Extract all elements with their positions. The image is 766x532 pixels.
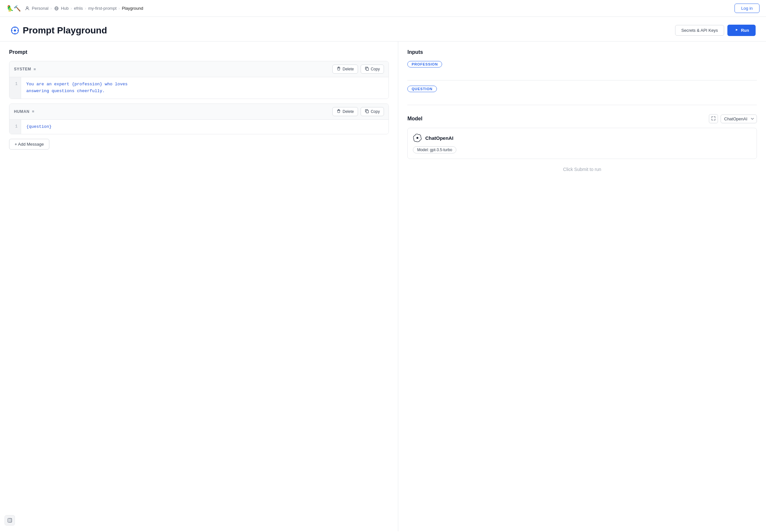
copy-icon — [365, 67, 369, 72]
inputs-section: Inputs PROFESSION QUESTION — [407, 49, 757, 105]
system-delete-button[interactable]: Delete — [332, 65, 358, 74]
breadcrumb-personal[interactable]: Personal — [25, 6, 48, 11]
page-title-area: Prompt Playground — [10, 25, 107, 36]
system-copy-button[interactable]: Copy — [360, 65, 384, 74]
login-button[interactable]: Log in — [735, 4, 760, 13]
system-message-actions: Delete Copy — [332, 65, 384, 74]
playground-icon — [10, 26, 19, 35]
sort-icon — [34, 68, 36, 70]
add-message-button[interactable]: + Add Message — [9, 139, 49, 150]
prompt-panel: Prompt SYSTEM — [0, 42, 398, 531]
model-version-badge: Model: gpt-3.5-turbo — [413, 146, 456, 153]
svg-point-0 — [26, 6, 28, 8]
top-nav: 🦜🔨 Personal › — [0, 0, 766, 17]
svg-rect-15 — [337, 110, 340, 110]
system-code-area[interactable]: You are an expert {profession} who loves… — [21, 77, 389, 99]
expand-icon — [711, 116, 716, 122]
globe-icon — [54, 6, 59, 11]
user-icon — [25, 6, 30, 11]
system-code-line-2: answering questions cheerfully. — [26, 88, 383, 95]
svg-rect-14 — [338, 109, 340, 110]
model-section-title: Model — [407, 116, 422, 122]
human-code-area[interactable]: {question} — [21, 120, 389, 134]
profession-badge: PROFESSION — [407, 61, 442, 67]
right-panel: Inputs PROFESSION QUESTION Model — [398, 42, 766, 531]
inputs-panel-title: Inputs — [407, 49, 757, 55]
system-message-type: SYSTEM — [14, 67, 36, 71]
play-icon — [734, 27, 739, 33]
human-line-numbers: 1 — [9, 120, 21, 134]
content-area: Prompt SYSTEM — [0, 42, 766, 531]
breadcrumb-playground: Playground — [122, 6, 143, 11]
trash-icon — [336, 67, 341, 72]
model-name: ChatOpenAI — [425, 135, 454, 141]
svg-rect-11 — [338, 67, 340, 67]
header-actions: Secrets & API Keys Run — [675, 25, 756, 36]
breadcrumb-hub[interactable]: Hub — [54, 6, 69, 11]
svg-rect-16 — [366, 110, 368, 113]
profession-input-group: PROFESSION — [407, 61, 757, 80]
svg-rect-12 — [337, 67, 340, 68]
profession-input[interactable] — [407, 70, 757, 80]
logo-icon: 🦜🔨 — [6, 5, 21, 12]
page-title: Prompt Playground — [23, 25, 107, 36]
human-message-block: HUMAN Delete — [9, 103, 389, 135]
sort-icon-human — [32, 111, 34, 112]
breadcrumb: Personal › Hub › efriis › my-first-pr — [25, 6, 143, 11]
model-controls: ChatOpenAI — [709, 114, 757, 123]
sidebar-icon[interactable] — [5, 515, 15, 526]
system-line-numbers: 1 — [9, 77, 21, 99]
human-code-line-1: {question} — [26, 124, 383, 130]
submit-hint: Click Submit to run — [407, 167, 757, 172]
human-message-header: HUMAN Delete — [9, 104, 389, 120]
prompt-panel-title: Prompt — [9, 49, 389, 55]
svg-rect-19 — [8, 518, 9, 522]
svg-rect-13 — [366, 68, 368, 70]
model-card: ChatOpenAI Model: gpt-3.5-turbo — [407, 128, 757, 159]
human-message-actions: Delete Copy — [332, 107, 384, 116]
system-message-header: SYSTEM Delete — [9, 61, 389, 77]
secrets-api-keys-button[interactable]: Secrets & API Keys — [675, 25, 724, 36]
svg-point-17 — [417, 137, 419, 139]
system-message-content: 1 You are an expert {profession} who lov… — [9, 77, 389, 99]
model-header: Model ChatOpenAI — [407, 114, 757, 123]
model-section: Model ChatOpenAI — [407, 114, 757, 172]
question-input[interactable] — [407, 95, 757, 105]
human-delete-button[interactable]: Delete — [332, 107, 358, 116]
openai-logo — [413, 133, 422, 142]
model-card-header: ChatOpenAI — [413, 133, 751, 142]
human-message-type: HUMAN — [14, 109, 34, 114]
human-message-content: 1 {question} — [9, 120, 389, 134]
system-code-line-1: You are an expert {profession} who loves — [26, 81, 383, 88]
model-select[interactable]: ChatOpenAI — [721, 115, 757, 123]
expand-model-button[interactable] — [709, 114, 718, 123]
logo: 🦜🔨 — [6, 5, 21, 12]
run-button[interactable]: Run — [727, 25, 756, 36]
question-input-group: QUESTION — [407, 86, 757, 105]
svg-point-4 — [14, 29, 16, 31]
breadcrumb-my-first-prompt[interactable]: my-first-prompt — [88, 6, 116, 11]
trash-icon-human — [336, 109, 341, 114]
page-header: Prompt Playground Secrets & API Keys Run — [0, 17, 766, 42]
system-message-block: SYSTEM Delete — [9, 61, 389, 99]
main-container: Prompt Playground Secrets & API Keys Run… — [0, 17, 766, 531]
question-badge: QUESTION — [407, 86, 437, 92]
copy-icon-human — [365, 109, 369, 114]
human-copy-button[interactable]: Copy — [360, 107, 384, 116]
breadcrumb-efriis[interactable]: efriis — [74, 6, 83, 11]
